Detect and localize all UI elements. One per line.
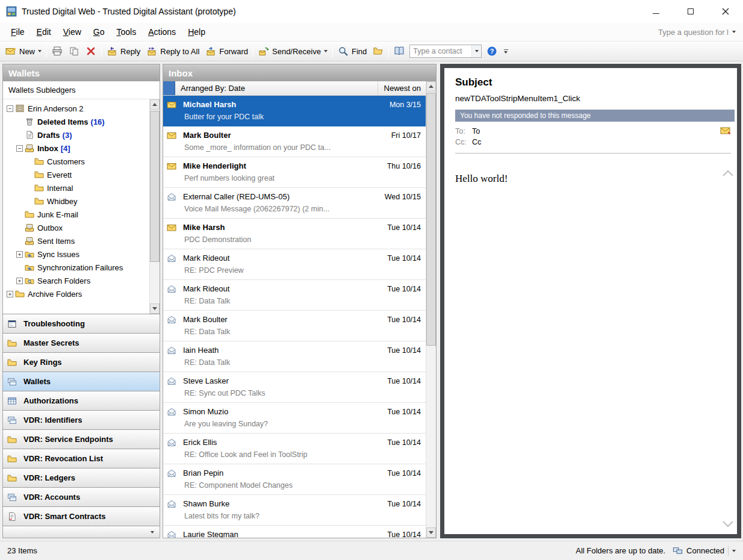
sort-order-button[interactable]: Newest on: [378, 81, 426, 95]
mailbox-icon: [15, 104, 25, 113]
message-row[interactable]: Michael HarshMon 3/15Butter for your PDC…: [163, 96, 426, 126]
sidebar-configure-button[interactable]: [3, 526, 160, 538]
tree-item-inbox[interactable]: −Inbox[4]: [3, 142, 149, 155]
sidebar-item-authorizations[interactable]: Authorizations: [3, 391, 160, 410]
message-row[interactable]: Steve LaskerTue 10/14RE: Sync out PDC Ta…: [163, 372, 426, 403]
scrollbar-track[interactable]: [150, 110, 160, 303]
contact-search-dropdown[interactable]: [471, 45, 481, 57]
tree-item-label: Everett: [47, 170, 72, 179]
find-button[interactable]: Find: [335, 43, 370, 59]
tree-item-junk-e-mail[interactable]: Junk E-mail: [3, 208, 149, 221]
menu-tools[interactable]: Tools: [111, 25, 143, 39]
scroll-down-icon[interactable]: [721, 520, 735, 528]
tree-item-internal[interactable]: Internal: [3, 181, 149, 194]
toolbar-overflow-button[interactable]: [502, 43, 510, 59]
tree-item-label: Deleted Items: [37, 117, 89, 126]
tree-item-synchronization-failures[interactable]: Synchronization Failures: [3, 261, 149, 274]
scroll-down-button[interactable]: [426, 527, 436, 538]
organize-button[interactable]: [370, 43, 387, 59]
message-row[interactable]: Mike HenderlightThu 10/16Perf numbers lo…: [163, 157, 426, 188]
message-row[interactable]: Shawn BurkeTue 10/14Latest bits for my t…: [163, 495, 426, 526]
connection-status-button[interactable]: Connected: [673, 546, 736, 556]
help-button[interactable]: ?: [483, 43, 500, 59]
message-subject: RE: Data Talk: [167, 326, 423, 338]
tree-item-drafts[interactable]: Drafts(3): [3, 128, 149, 142]
sidebar-item-vdr-revocation-list[interactable]: VDR: Revocation List: [3, 449, 160, 468]
message-row[interactable]: External Caller (RED-UMS-05)Wed 10/15Voi…: [163, 188, 426, 219]
contact-search-input[interactable]: Type a contact: [409, 45, 482, 58]
scrollbar-track[interactable]: [426, 92, 436, 527]
tree-item-label: Internal: [47, 184, 73, 193]
sidebar-item-vdr-service-endpoints[interactable]: VDR: Service Endpoints: [3, 429, 160, 449]
forward-button[interactable]: Forward: [202, 43, 251, 59]
tree-item-outbox[interactable]: Outbox: [3, 221, 149, 234]
send-receive-button[interactable]: Send/Receive: [255, 43, 331, 59]
message-row[interactable]: Mark RideoutTue 10/14RE: PDC Preview: [163, 249, 426, 280]
tree-item-erin-anderson-2[interactable]: −Erin Anderson 2: [3, 102, 149, 115]
tree-item-search-folders[interactable]: +Search Folders: [3, 274, 149, 287]
tree-item-everett[interactable]: Everett: [3, 168, 149, 181]
move-to-folder-button[interactable]: [66, 43, 82, 59]
menu-file[interactable]: File: [5, 25, 31, 39]
tree-item-sent-items[interactable]: Sent Items: [3, 234, 149, 247]
message-row[interactable]: Mark RideoutTue 10/14RE: Data Talk: [163, 280, 426, 311]
address-book-button[interactable]: [391, 43, 408, 59]
menu-actions[interactable]: Actions: [142, 25, 182, 39]
envelope-open-icon: [167, 438, 177, 447]
collapse-expander-icon[interactable]: −: [16, 145, 23, 152]
sidebar-item-vdr-smart-contracts[interactable]: VDR: Smart Contracts: [3, 506, 160, 526]
tree-item-sync-issues[interactable]: +Sync Issues: [3, 247, 149, 261]
message-row[interactable]: Mike HarshTue 10/14PDC Demonstration: [163, 219, 426, 249]
scroll-up-button[interactable]: [150, 99, 160, 110]
new-button[interactable]: New: [2, 43, 45, 59]
sidebar-item-vdr-ledgers[interactable]: VDR: Ledgers: [3, 468, 160, 487]
message-row[interactable]: Iain HeathTue 10/14RE: Data Talk: [163, 341, 426, 372]
collapse-expander-icon[interactable]: −: [7, 105, 13, 112]
menu-view[interactable]: View: [57, 25, 87, 39]
tree-scrollbar[interactable]: [149, 99, 160, 314]
scrollbar-thumb[interactable]: [426, 93, 436, 346]
scroll-up-button[interactable]: [426, 81, 436, 92]
close-button[interactable]: [708, 0, 743, 23]
message-list-scrollbar[interactable]: [426, 81, 436, 538]
tree-item-deleted-items[interactable]: Deleted Items(16): [3, 115, 149, 128]
list-header-corner[interactable]: [163, 81, 175, 95]
sidebar-item-key-rings[interactable]: Key Rings: [3, 352, 160, 372]
arranged-by-button[interactable]: Arranged By: Date: [181, 84, 245, 93]
reply-button-label: Reply: [120, 47, 140, 56]
message-row[interactable]: Mark BoulterFri 10/17Some _more_ informa…: [163, 126, 426, 157]
expand-expander-icon[interactable]: +: [16, 278, 23, 284]
scroll-up-icon[interactable]: [721, 169, 735, 178]
maximize-button[interactable]: [673, 0, 708, 23]
menu-go[interactable]: Go: [87, 25, 111, 39]
question-box[interactable]: Type a question for l: [658, 28, 738, 37]
sidebar-item-troubleshooting[interactable]: Troubleshooting: [3, 314, 160, 333]
message-row[interactable]: Mark BoulterTue 10/14RE: Data Talk: [163, 311, 426, 341]
expander-spacer: [16, 132, 23, 138]
menu-help[interactable]: Help: [182, 25, 211, 39]
sidebar-item-wallets[interactable]: Wallets: [3, 372, 160, 391]
expand-expander-icon[interactable]: +: [16, 251, 23, 258]
reply-all-button[interactable]: Reply to All: [143, 43, 202, 59]
message-row[interactable]: Brian PepinTue 10/14RE: Component Model …: [163, 464, 426, 495]
new-button-label: New: [19, 47, 35, 56]
sidebar-item-vdr-identifiers[interactable]: VDR: Identifiers: [3, 410, 160, 429]
message-row[interactable]: Erick EllisTue 10/14RE: Office Look and …: [163, 434, 426, 464]
scrollbar-thumb[interactable]: [150, 111, 160, 262]
toolbar-overflow-icon: [504, 49, 508, 50]
expand-expander-icon[interactable]: +: [7, 291, 13, 297]
sidebar-item-master-secrets[interactable]: Master Secrets: [3, 333, 160, 352]
print-button[interactable]: [49, 43, 66, 59]
tree-item-customers[interactable]: Customers: [3, 155, 149, 168]
message-row[interactable]: Laurie StegmanTue 10/14: [163, 526, 426, 538]
tree-item-archive-folders[interactable]: +Archive Folders: [3, 287, 149, 300]
delete-button[interactable]: [82, 43, 99, 59]
message-row[interactable]: Simon MuzioTue 10/14Are you leaving Sund…: [163, 403, 426, 434]
scroll-down-button[interactable]: [150, 303, 160, 314]
chevron-down-icon: [38, 50, 42, 52]
tree-item-whidbey[interactable]: Whidbey: [3, 194, 149, 208]
sidebar-item-vdr-accounts[interactable]: VDR: Accounts: [3, 487, 160, 506]
minimize-button[interactable]: [638, 0, 673, 23]
reply-button[interactable]: Reply: [104, 43, 143, 59]
menu-edit[interactable]: Edit: [31, 25, 57, 39]
